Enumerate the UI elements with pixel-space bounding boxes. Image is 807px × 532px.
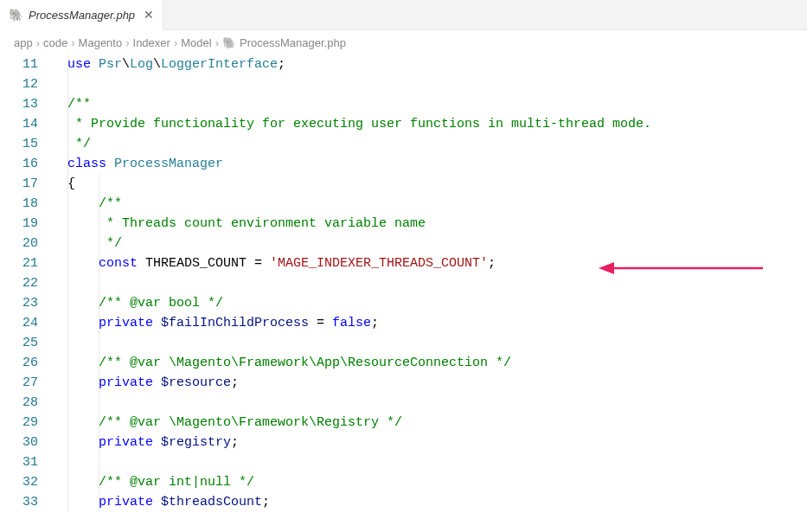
- line-number: 29: [0, 413, 38, 433]
- code-line[interactable]: private $resource;: [67, 373, 807, 393]
- token-class: Log: [130, 57, 153, 72]
- token-black: [67, 256, 99, 271]
- breadcrumb-item[interactable]: code: [43, 36, 67, 49]
- code-line[interactable]: private $registry;: [67, 433, 807, 452]
- indent-guide: [99, 174, 99, 512]
- code-line[interactable]: /** @var bool */: [67, 293, 807, 313]
- token-bool: false: [332, 316, 371, 330]
- token-black: ;: [371, 316, 379, 330]
- token-black: [67, 375, 99, 390]
- token-black: [67, 296, 99, 311]
- token-class: LoggerInterface: [161, 57, 278, 72]
- chevron-right-icon: ›: [36, 36, 40, 49]
- code-content[interactable]: use Psr\Log\LoggerInterface;/** * Provid…: [54, 54, 807, 512]
- token-comment: /** @var \Magento\Framework\Registry */: [99, 415, 402, 430]
- token-comment: /**: [99, 196, 122, 211]
- code-line[interactable]: [67, 393, 807, 413]
- line-number-gutter: 1112131415161718192021222324252627282930…: [0, 54, 54, 512]
- php-icon: 🐘: [222, 36, 236, 49]
- token-black: ;: [231, 375, 239, 390]
- token-comment: * Threads count environment variable nam…: [99, 216, 426, 231]
- code-line[interactable]: {: [67, 174, 807, 194]
- token-punc: \: [122, 57, 130, 72]
- code-line[interactable]: private $threadsCount;: [67, 492, 807, 512]
- chevron-right-icon: ›: [174, 36, 177, 49]
- breadcrumb-item[interactable]: Indexer: [133, 36, 170, 49]
- breadcrumb-item[interactable]: app: [14, 36, 33, 49]
- code-line[interactable]: const THREADS_COUNT = 'MAGE_INDEXER_THRE…: [67, 253, 807, 273]
- code-line[interactable]: * Threads count environment variable nam…: [67, 214, 807, 234]
- breadcrumb[interactable]: app › code › Magento › Indexer › Model ›…: [0, 30, 807, 54]
- token-black: =: [309, 316, 332, 330]
- code-line[interactable]: /** @var int|null */: [67, 472, 807, 492]
- editor-area[interactable]: 1112131415161718192021222324252627282930…: [0, 54, 807, 512]
- token-comment: */: [67, 137, 91, 151]
- line-number: 18: [0, 194, 38, 214]
- code-line[interactable]: class ProcessManager: [67, 154, 807, 174]
- line-number: 24: [0, 313, 38, 333]
- code-line[interactable]: [67, 333, 807, 353]
- token-var: $registry: [161, 435, 231, 450]
- code-line[interactable]: * Provide functionality for executing us…: [67, 114, 807, 134]
- breadcrumb-item[interactable]: Magento: [79, 36, 123, 49]
- code-line[interactable]: use Psr\Log\LoggerInterface;: [67, 54, 807, 74]
- line-number: 22: [0, 273, 38, 293]
- token-class: ProcessManager: [114, 157, 223, 171]
- indent-guide: [67, 54, 68, 512]
- line-number: 27: [0, 373, 38, 393]
- token-black: [67, 415, 99, 430]
- token-punc: \: [153, 57, 161, 72]
- breadcrumb-item[interactable]: Model: [181, 36, 211, 49]
- chevron-right-icon: ›: [215, 36, 219, 49]
- line-number: 32: [0, 472, 38, 492]
- line-number: 11: [0, 54, 38, 74]
- code-line[interactable]: [67, 74, 807, 94]
- php-icon: 🐘: [9, 8, 23, 22]
- token-black: {: [67, 176, 75, 191]
- line-number: 19: [0, 214, 38, 234]
- line-number: 21: [0, 253, 38, 273]
- token-keyword: const: [99, 256, 145, 271]
- close-icon[interactable]: ✕: [144, 8, 154, 22]
- token-comment: */: [99, 236, 122, 251]
- token-class: Psr: [99, 57, 122, 72]
- line-number: 13: [0, 94, 38, 114]
- code-line[interactable]: /** @var \Magento\Framework\App\Resource…: [67, 353, 807, 373]
- code-line[interactable]: private $failInChildProcess = false;: [67, 313, 807, 333]
- token-comment: /** @var \Magento\Framework\App\Resource…: [99, 356, 511, 370]
- token-black: [67, 435, 99, 450]
- line-number: 15: [0, 134, 38, 154]
- token-black: ;: [488, 256, 496, 271]
- code-line[interactable]: /** @var \Magento\Framework\Registry */: [67, 413, 807, 433]
- token-comment: /**: [67, 97, 91, 112]
- tab-processmanager[interactable]: 🐘 ProcessManager.php ✕: [0, 0, 163, 30]
- line-number: 31: [0, 452, 38, 472]
- breadcrumb-file[interactable]: ProcessManager.php: [240, 36, 346, 49]
- line-number: 30: [0, 433, 38, 452]
- token-comment: /** @var int|null */: [99, 475, 254, 490]
- token-black: [67, 475, 99, 490]
- line-number: 26: [0, 353, 38, 373]
- tab-bar: 🐘 ProcessManager.php ✕: [0, 0, 807, 30]
- token-black: [67, 495, 99, 510]
- token-black: [67, 196, 99, 211]
- token-black: [67, 236, 99, 251]
- chevron-right-icon: ›: [71, 36, 74, 49]
- line-number: 14: [0, 114, 38, 134]
- line-number: 17: [0, 174, 38, 194]
- code-line[interactable]: [67, 452, 807, 472]
- code-line[interactable]: /**: [67, 194, 807, 214]
- chevron-right-icon: ›: [125, 36, 129, 49]
- token-black: ;: [262, 495, 270, 510]
- token-black: [67, 316, 99, 330]
- code-line[interactable]: /**: [67, 94, 807, 114]
- code-line[interactable]: */: [67, 234, 807, 253]
- code-line[interactable]: [67, 273, 807, 293]
- token-var: $threadsCount: [161, 495, 262, 510]
- token-keyword: private: [99, 316, 161, 330]
- token-comment: /** @var bool */: [99, 296, 223, 311]
- line-number: 16: [0, 154, 38, 174]
- token-black: ;: [278, 57, 285, 72]
- line-number: 12: [0, 74, 38, 94]
- code-line[interactable]: */: [67, 134, 807, 154]
